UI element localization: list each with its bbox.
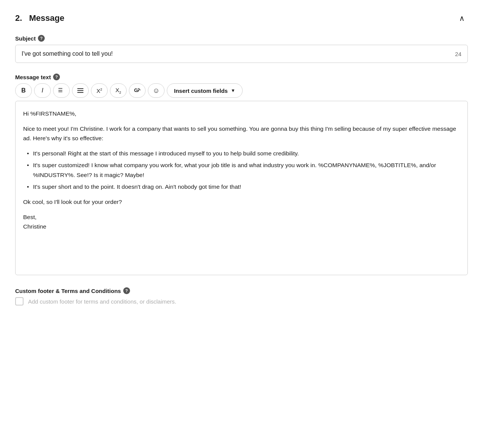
section-header: 2. Message ∧ <box>15 12 468 24</box>
subject-input-wrapper: 24 <box>15 45 468 63</box>
bullet-item-1: It's personal! Right at the start of thi… <box>27 149 460 158</box>
unordered-list-button[interactable] <box>72 83 89 98</box>
section-container: 2. Message ∧ Subject ? 24 Message text ? <box>15 12 468 305</box>
unordered-list-icon <box>77 87 84 94</box>
ordered-list-button[interactable]: ☰ <box>53 83 70 98</box>
bold-button[interactable]: B <box>15 83 32 98</box>
section-title: 2. Message <box>15 13 64 23</box>
bullet-item-3: It's super short and to the point. It do… <box>27 182 460 192</box>
message-textarea[interactable]: Hi %FIRSTNAME%, Nice to meet you! I'm Ch… <box>15 101 468 275</box>
insert-custom-fields-button[interactable]: Insert custom fields ▼ <box>167 83 243 98</box>
footer-checkbox-row: Add custom footer for terms and conditio… <box>15 297 468 305</box>
footer-section: Custom footer & Terms and Conditions ? A… <box>15 287 468 305</box>
subject-help-icon[interactable]: ? <box>38 35 45 42</box>
italic-button[interactable]: I <box>34 83 51 98</box>
link-button[interactable] <box>129 83 146 98</box>
svg-text:☰: ☰ <box>58 87 63 93</box>
message-text-field: Message text ? B I ☰ <box>15 74 468 275</box>
char-count: 24 <box>455 51 461 57</box>
collapse-icon: ∧ <box>459 14 465 23</box>
message-text-help-icon[interactable]: ? <box>53 74 60 80</box>
sign-off: Best, Christine <box>23 212 460 232</box>
footer-checkbox[interactable] <box>15 297 24 305</box>
superscript-button[interactable]: X2 <box>91 83 108 98</box>
dropdown-arrow-icon: ▼ <box>231 88 235 93</box>
message-text-label: Message text ? <box>15 74 468 80</box>
bullet-list: It's personal! Right at the start of thi… <box>27 149 460 192</box>
ordered-list-icon: ☰ <box>58 87 65 94</box>
subject-input[interactable] <box>22 50 449 57</box>
message-body: Hi %FIRSTNAME%, Nice to meet you! I'm Ch… <box>23 109 460 232</box>
subscript-button[interactable]: X2 <box>110 83 127 98</box>
greeting-line: Hi %FIRSTNAME%, <box>23 109 460 119</box>
subject-field: Subject ? 24 <box>15 35 468 63</box>
message-toolbar: B I ☰ <box>15 83 468 98</box>
footer-placeholder: Add custom footer for terms and conditio… <box>28 298 176 305</box>
link-icon <box>133 88 141 94</box>
bullet-item-2: It's super customized! I know what compa… <box>27 160 460 180</box>
emoji-button[interactable]: ☺ <box>148 83 165 98</box>
footer-help-icon[interactable]: ? <box>123 287 130 294</box>
footer-label: Custom footer & Terms and Conditions ? <box>15 287 468 294</box>
subject-label: Subject ? <box>15 35 468 42</box>
emoji-icon: ☺ <box>153 87 160 95</box>
closing-line: Ok cool, so I'll look out for your order… <box>23 197 460 207</box>
collapse-button[interactable]: ∧ <box>456 12 468 24</box>
intro-line: Nice to meet you! I'm Christine. I work … <box>23 124 460 143</box>
